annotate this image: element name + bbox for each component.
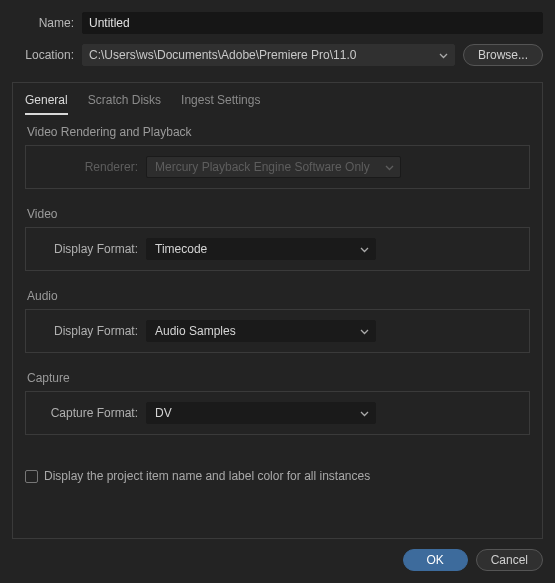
capture-format-select[interactable]: DV	[146, 402, 376, 424]
ok-button[interactable]: OK	[403, 549, 468, 571]
renderer-value: Mercury Playback Engine Software Only	[155, 160, 370, 174]
tab-general[interactable]: General	[25, 93, 68, 115]
group-video-title: Video	[25, 207, 530, 221]
audio-display-format-select[interactable]: Audio Samples	[146, 320, 376, 342]
tab-scratch-disks[interactable]: Scratch Disks	[88, 93, 161, 115]
video-display-format-select[interactable]: Timecode	[146, 238, 376, 260]
settings-panel: General Scratch Disks Ingest Settings Vi…	[12, 82, 543, 539]
audio-display-format-label: Display Format:	[36, 324, 146, 338]
display-item-name-checkbox[interactable]	[25, 470, 38, 483]
location-select[interactable]: C:\Users\ws\Documents\Adobe\Premiere Pro…	[82, 44, 455, 66]
chevron-down-icon	[439, 48, 448, 62]
group-capture-title: Capture	[25, 371, 530, 385]
video-display-format-value: Timecode	[155, 242, 207, 256]
name-label: Name:	[12, 16, 82, 30]
tab-ingest-settings[interactable]: Ingest Settings	[181, 93, 260, 115]
browse-button[interactable]: Browse...	[463, 44, 543, 66]
group-audio-title: Audio	[25, 289, 530, 303]
location-value: C:\Users\ws\Documents\Adobe\Premiere Pro…	[89, 48, 356, 62]
video-display-format-label: Display Format:	[36, 242, 146, 256]
capture-format-value: DV	[155, 406, 172, 420]
chevron-down-icon	[360, 324, 369, 338]
audio-display-format-value: Audio Samples	[155, 324, 236, 338]
chevron-down-icon	[360, 406, 369, 420]
location-label: Location:	[12, 48, 82, 62]
chevron-down-icon	[385, 160, 394, 174]
cancel-button[interactable]: Cancel	[476, 549, 543, 571]
capture-format-label: Capture Format:	[36, 406, 146, 420]
chevron-down-icon	[360, 242, 369, 256]
renderer-select: Mercury Playback Engine Software Only	[146, 156, 401, 178]
renderer-label: Renderer:	[36, 160, 146, 174]
tabs-bar: General Scratch Disks Ingest Settings	[13, 83, 542, 115]
group-rendering-title: Video Rendering and Playback	[25, 125, 530, 139]
name-input[interactable]	[82, 12, 543, 34]
display-item-name-label: Display the project item name and label …	[44, 469, 370, 483]
